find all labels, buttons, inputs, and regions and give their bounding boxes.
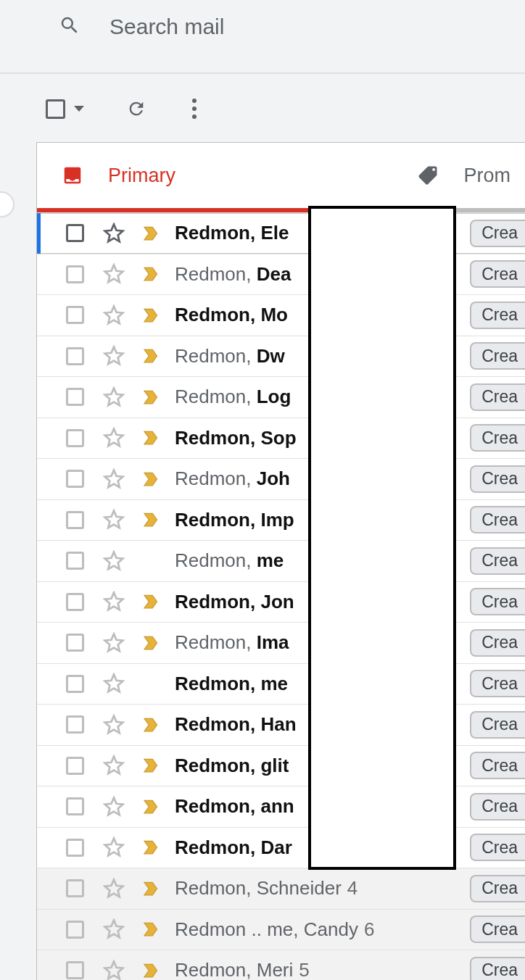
star-button[interactable]	[95, 836, 133, 858]
importance-marker[interactable]	[133, 878, 170, 900]
star-button[interactable]	[95, 345, 133, 367]
row-checkbox[interactable]	[66, 961, 84, 979]
row-checkbox[interactable]	[66, 839, 84, 857]
label-chip[interactable]: Crea	[470, 793, 525, 821]
search-icon[interactable]	[59, 14, 80, 39]
importance-marker[interactable]	[133, 591, 170, 612]
label-chip[interactable]: Crea	[470, 629, 525, 657]
label-chip[interactable]: Crea	[470, 506, 525, 533]
row-checkbox[interactable]	[66, 306, 84, 324]
importance-marker[interactable]	[133, 304, 170, 326]
star-button[interactable]	[95, 509, 133, 531]
select-all-checkbox[interactable]	[46, 99, 65, 119]
star-button[interactable]	[95, 386, 133, 408]
importance-marker[interactable]	[133, 918, 170, 940]
row-checkbox[interactable]	[66, 715, 84, 734]
search-bar[interactable]	[38, 0, 525, 54]
side-handle[interactable]	[0, 191, 15, 217]
importance-marker[interactable]	[133, 509, 170, 531]
row-checkbox[interactable]	[66, 511, 84, 529]
importance-marker[interactable]	[133, 836, 170, 858]
label-chip[interactable]: Crea	[470, 424, 525, 452]
importance-marker[interactable]	[133, 468, 170, 490]
row-checkbox[interactable]	[66, 265, 84, 283]
category-tabs: Primary Prom	[37, 143, 525, 212]
label-chip[interactable]: Crea	[470, 260, 525, 288]
star-button[interactable]	[95, 714, 133, 736]
email-row[interactable]: Redmon, Meri5Crea	[37, 950, 525, 980]
row-checkbox[interactable]	[66, 470, 84, 488]
label-chip[interactable]: Crea	[470, 752, 525, 779]
sender: Redmon, Schneider4	[175, 877, 357, 900]
tab-promotions[interactable]: Prom	[392, 143, 525, 208]
label-chip[interactable]: Crea	[470, 915, 525, 943]
importance-marker[interactable]	[133, 386, 170, 408]
row-checkbox[interactable]	[66, 347, 84, 365]
chevron-down-icon[interactable]	[74, 106, 84, 112]
importance-marker[interactable]	[133, 263, 170, 285]
importance-marker[interactable]	[133, 796, 170, 818]
row-checkbox[interactable]	[66, 429, 84, 447]
inbox-icon	[62, 165, 83, 186]
importance-marker[interactable]	[133, 427, 170, 449]
select-all-dropdown[interactable]	[40, 94, 90, 125]
label-chip[interactable]: Crea	[470, 547, 525, 575]
star-button[interactable]	[95, 263, 133, 285]
label-chip[interactable]: Crea	[470, 220, 525, 247]
sender: Redmon, Mo	[175, 304, 288, 326]
star-button[interactable]	[95, 960, 133, 980]
email-row[interactable]: Redmon, Schneider4Crea	[37, 868, 525, 909]
importance-marker[interactable]	[133, 632, 170, 654]
star-button[interactable]	[95, 878, 133, 900]
tag-icon	[417, 165, 439, 186]
refresh-button[interactable]	[117, 90, 155, 128]
row-checkbox[interactable]	[66, 879, 84, 897]
label-chip[interactable]: Crea	[470, 302, 525, 329]
importance-marker[interactable]	[133, 345, 170, 367]
importance-marker[interactable]	[133, 714, 170, 736]
sender: Redmon, Log	[175, 386, 291, 408]
row-checkbox[interactable]	[66, 224, 84, 242]
sender: Redmon, Jon	[175, 591, 294, 613]
sender: Redmon, me	[175, 673, 288, 695]
star-button[interactable]	[95, 550, 133, 572]
star-button[interactable]	[95, 673, 133, 694]
label-chip[interactable]: Crea	[470, 875, 525, 902]
star-button[interactable]	[95, 918, 133, 940]
refresh-icon	[126, 99, 146, 119]
row-checkbox[interactable]	[66, 388, 84, 406]
importance-marker[interactable]	[133, 223, 170, 244]
tab-primary[interactable]: Primary	[37, 143, 313, 208]
importance-marker[interactable]	[133, 960, 170, 980]
sender: Redmon, Imp	[175, 509, 294, 531]
star-button[interactable]	[95, 755, 133, 776]
label-chip[interactable]: Crea	[470, 342, 525, 370]
sender: Redmon, Ima	[175, 631, 289, 654]
star-button[interactable]	[95, 632, 133, 654]
importance-marker[interactable]	[133, 755, 170, 776]
label-chip[interactable]: Crea	[470, 957, 525, 980]
search-input[interactable]	[108, 14, 525, 40]
label-chip[interactable]: Crea	[470, 465, 525, 493]
star-button[interactable]	[95, 468, 133, 490]
row-checkbox[interactable]	[66, 675, 84, 693]
row-checkbox[interactable]	[66, 921, 84, 939]
more-button[interactable]	[175, 90, 213, 128]
label-chip[interactable]: Crea	[470, 670, 525, 697]
row-checkbox[interactable]	[66, 593, 84, 611]
row-checkbox[interactable]	[66, 634, 84, 652]
label-chip[interactable]: Crea	[470, 834, 525, 861]
row-checkbox[interactable]	[66, 552, 84, 570]
star-button[interactable]	[95, 223, 133, 244]
label-chip[interactable]: Crea	[470, 383, 525, 411]
toolbar	[40, 86, 525, 132]
email-row[interactable]: Redmon .. me, Candy6Crea	[37, 909, 525, 950]
star-button[interactable]	[95, 796, 133, 818]
row-checkbox[interactable]	[66, 757, 84, 775]
label-chip[interactable]: Crea	[470, 588, 525, 615]
row-checkbox[interactable]	[66, 797, 84, 815]
label-chip[interactable]: Crea	[470, 711, 525, 739]
star-button[interactable]	[95, 591, 133, 612]
star-button[interactable]	[95, 304, 133, 326]
star-button[interactable]	[95, 427, 133, 449]
